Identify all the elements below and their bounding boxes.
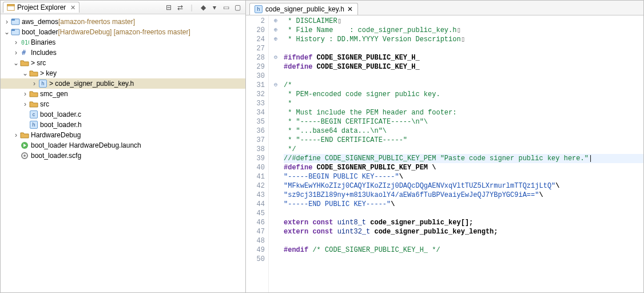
code-line[interactable]: #define CODE_SIGNER_PUBLIC_KEY_H_ (284, 62, 643, 72)
fold-spacer (269, 246, 283, 255)
code-line[interactable]: */ (284, 145, 643, 154)
code-line[interactable]: * Must include the PEM header and footer… (284, 108, 643, 117)
close-icon[interactable]: ✕ (347, 5, 353, 13)
chevron-right-icon[interactable]: › (30, 78, 38, 89)
view-menu-icon[interactable]: ▾ (209, 2, 220, 13)
tree-item[interactable]: ⌄> key (1, 68, 245, 78)
tree-item[interactable]: ›010Binaries (1, 37, 245, 47)
line-number-gutter: 2202427282930313233343536373839404142434… (246, 15, 269, 292)
project-tree[interactable]: ›aws_demos [amazon-freertos master]⌄boot… (1, 14, 245, 292)
line-number: 2 (246, 17, 265, 26)
svg-rect-1 (7, 5, 14, 6)
chevron-right-icon[interactable]: › (12, 37, 20, 47)
fold-spacer (269, 99, 283, 108)
chevron-down-icon[interactable]: ⌄ (21, 68, 29, 78)
code-line[interactable]: "MFkwEwYHKoZIzj0CAQYIKoZIzj0DAQcDQgAENVx… (284, 181, 643, 191)
editor-body[interactable]: 2202427282930313233343536373839404142434… (246, 15, 643, 292)
minimize-icon[interactable]: ▭ (221, 2, 231, 13)
tree-item[interactable]: cboot_loader.c (1, 109, 245, 120)
fold-toggle-icon[interactable]: ⊕ (269, 26, 283, 35)
scfg-icon (20, 151, 29, 160)
tree-item[interactable]: ⌄boot_loader [HardwareDebug] [amazon-fre… (1, 27, 245, 37)
tree-item-label: HardwareDebug (31, 130, 81, 140)
tree-item-label: boot_loader (22, 27, 58, 37)
chevron-right-icon[interactable]: › (12, 130, 20, 140)
editor-tab[interactable]: h code_signer_public_key.h ✕ (249, 3, 358, 15)
fold-toggle-icon[interactable]: ⊕ (269, 35, 283, 44)
code-line[interactable]: * DISCLAIMER▯ (284, 17, 643, 26)
code-line[interactable] (284, 236, 643, 246)
code-line[interactable]: extern const uint32_t code_signer_public… (284, 227, 643, 236)
fold-toggle-icon[interactable]: ⊖ (269, 53, 283, 62)
code-line[interactable] (284, 44, 643, 53)
editor-tabbar: h code_signer_public_key.h ✕ (246, 1, 643, 15)
line-number: 37 (246, 136, 265, 145)
code-line[interactable] (284, 255, 643, 264)
tree-item[interactable]: ⌄> src (1, 58, 245, 68)
chevron-down-icon[interactable]: ⌄ (3, 27, 11, 37)
fold-toggle-icon[interactable]: ⊕ (269, 17, 283, 26)
code-line[interactable]: * PEM-encoded code signer public key. (284, 90, 643, 99)
code-line[interactable]: "-----END PUBLIC KEY-----"\ (284, 200, 643, 209)
code-line[interactable]: "sz9cj31BZl89ny+m813UkaolY4/aEWa6fTuBPVe… (284, 191, 643, 200)
code-line[interactable]: * History : DD.MM.YYYY Version Descripti… (284, 35, 643, 44)
code-line[interactable]: /* (284, 81, 643, 90)
fold-spacer (269, 209, 283, 218)
tree-item[interactable]: ›h> code_signer_public_key.h (1, 78, 245, 89)
code-line[interactable] (284, 209, 643, 218)
maximize-icon[interactable]: ▢ (232, 2, 243, 13)
code-line[interactable]: * File Name : code_signer_public_key.h▯ (284, 26, 643, 35)
tree-item[interactable]: ›#Includes (1, 47, 245, 58)
close-icon[interactable]: ✕ (70, 4, 75, 11)
tree-item[interactable]: ›src (1, 99, 245, 109)
code-line[interactable]: * "-----END CERTIFICATE-----" (284, 136, 643, 145)
line-number: 32 (246, 90, 265, 99)
project-icon (11, 17, 20, 26)
fold-spacer (269, 145, 283, 154)
explorer-title: Project Explorer (17, 3, 66, 11)
line-number: 30 (246, 72, 265, 81)
tree-item[interactable]: hboot_loader.h (1, 120, 245, 130)
code-line[interactable]: extern const uint8_t code_signer_public_… (284, 218, 643, 227)
fold-toggle-icon[interactable]: ⊖ (269, 81, 283, 90)
chevron-right-icon[interactable]: › (21, 89, 29, 99)
tree-item-label: src (40, 99, 49, 109)
tree-item[interactable]: boot_loader.scfg (1, 151, 245, 161)
tree-item[interactable]: ›smc_gen (1, 89, 245, 99)
svg-text:#: # (22, 49, 26, 57)
code-line[interactable]: #endif /* CODE_SIGNER_PUBLIC_KEY_H_ */ (284, 246, 643, 255)
line-number: 48 (246, 236, 265, 246)
line-number: 44 (246, 200, 265, 209)
code-line[interactable]: "-----BEGIN PUBLIC KEY-----"\ (284, 172, 643, 181)
code-line[interactable]: * (284, 99, 643, 108)
code-line[interactable]: #ifndef CODE_SIGNER_PUBLIC_KEY_H_ (284, 53, 643, 62)
link-editor-icon[interactable]: ⇄ (175, 2, 185, 13)
tree-item-label: boot_loader HardwareDebug.launch (31, 140, 141, 151)
chevron-right-icon[interactable]: › (12, 47, 20, 58)
focus-icon[interactable]: ◆ (198, 2, 208, 13)
explorer-tab[interactable]: Project Explorer ✕ (3, 2, 79, 13)
tree-item[interactable]: ›aws_demos [amazon-freertos master] (1, 17, 245, 27)
fold-column[interactable]: ⊕⊕⊕⊖⊖ (269, 15, 283, 292)
fold-spacer (269, 108, 283, 117)
code-line[interactable]: //#define CODE_SIGNENR_PUBLIC_KEY_PEM "P… (284, 154, 643, 163)
tree-item[interactable]: ›HardwareDebug (1, 130, 245, 140)
collapse-all-icon[interactable]: ⊟ (164, 2, 174, 13)
code-line[interactable] (284, 72, 643, 81)
explorer-header: Project Explorer ✕ ⊟ ⇄ | ◆ ▾ ▭ ▢ (1, 1, 245, 14)
line-number: 29 (246, 62, 265, 72)
tree-item-label: Includes (31, 47, 57, 58)
chevron-right-icon[interactable]: › (21, 99, 29, 109)
chevron-right-icon[interactable]: › (3, 17, 11, 27)
line-number: 31 (246, 81, 265, 90)
code-line[interactable]: * "...base64 data...\n"\ (284, 126, 643, 136)
code-area[interactable]: * DISCLAIMER▯ * File Name : code_signer_… (283, 15, 643, 292)
fold-spacer (269, 90, 283, 99)
svg-rect-3 (11, 19, 15, 21)
code-line[interactable]: #define CODE_SIGNENR_PUBLIC_KEY_PEM \ (284, 163, 643, 172)
tree-item[interactable]: boot_loader HardwareDebug.launch (1, 140, 245, 151)
srcfolder-icon (20, 58, 29, 68)
chevron-down-icon[interactable]: ⌄ (12, 58, 20, 68)
project-explorer-panel: Project Explorer ✕ ⊟ ⇄ | ◆ ▾ ▭ ▢ ›aws_de… (0, 0, 246, 293)
code-line[interactable]: * "-----BEGIN CERTIFICATE-----\n"\ (284, 117, 643, 126)
